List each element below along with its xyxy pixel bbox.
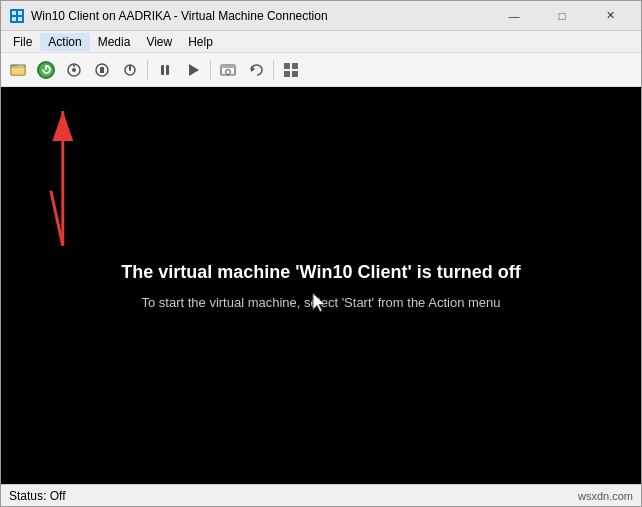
svg-marker-17 (189, 64, 199, 76)
svg-rect-22 (284, 63, 290, 69)
svg-rect-1 (12, 11, 16, 15)
window-controls: — □ ✕ (491, 1, 633, 31)
toolbar-pause-btn[interactable] (152, 57, 178, 83)
maximize-button[interactable]: □ (539, 1, 585, 31)
menu-media[interactable]: Media (90, 33, 139, 51)
toolbar-sep-2 (210, 60, 211, 80)
svg-rect-12 (100, 67, 104, 73)
vm-screen: The virtual machine 'Win10 Client' is tu… (1, 87, 641, 484)
svg-point-9 (72, 68, 76, 72)
window-icon (9, 8, 25, 24)
svg-point-20 (226, 69, 231, 74)
title-bar: Win10 Client on AADRIKA - Virtual Machin… (1, 1, 641, 31)
toolbar-power-btn[interactable] (33, 57, 59, 83)
window-title: Win10 Client on AADRIKA - Virtual Machin… (31, 9, 491, 23)
toolbar-shutdown-btn[interactable] (117, 57, 143, 83)
svg-rect-4 (18, 17, 22, 21)
watermark: wsxdn.com (578, 490, 633, 502)
annotation-arrow (1, 87, 641, 484)
svg-rect-19 (221, 65, 235, 68)
svg-rect-25 (292, 71, 298, 77)
toolbar-file-btn[interactable] (5, 57, 31, 83)
toolbar-settings-btn[interactable] (278, 57, 304, 83)
close-button[interactable]: ✕ (587, 1, 633, 31)
menu-view[interactable]: View (138, 33, 180, 51)
svg-rect-3 (12, 17, 16, 21)
vm-window: Win10 Client on AADRIKA - Virtual Machin… (0, 0, 642, 507)
svg-rect-23 (292, 63, 298, 69)
toolbar-sep-1 (147, 60, 148, 80)
toolbar-screenshot-btn[interactable] (215, 57, 241, 83)
toolbar-sep-3 (273, 60, 274, 80)
svg-rect-15 (161, 65, 164, 75)
svg-rect-14 (129, 65, 131, 71)
vm-off-title: The virtual machine 'Win10 Client' is tu… (121, 262, 520, 283)
toolbar-save-btn[interactable] (61, 57, 87, 83)
svg-rect-24 (284, 71, 290, 77)
toolbar (1, 53, 641, 87)
minimize-button[interactable]: — (491, 1, 537, 31)
menu-file[interactable]: File (5, 33, 40, 51)
menu-bar: File Action Media View Help (1, 31, 641, 53)
toolbar-play-btn[interactable] (180, 57, 206, 83)
toolbar-revert-btn[interactable] (89, 57, 115, 83)
svg-line-28 (51, 191, 63, 246)
status-bar: Status: Off wsxdn.com (1, 484, 641, 506)
status-text: Status: Off (9, 489, 65, 503)
svg-rect-7 (11, 67, 25, 75)
svg-rect-16 (166, 65, 169, 75)
menu-action[interactable]: Action (40, 33, 89, 51)
vm-off-subtitle: To start the virtual machine, select 'St… (141, 295, 500, 310)
toolbar-undo-btn[interactable] (243, 57, 269, 83)
menu-help[interactable]: Help (180, 33, 221, 51)
svg-rect-2 (18, 11, 22, 15)
